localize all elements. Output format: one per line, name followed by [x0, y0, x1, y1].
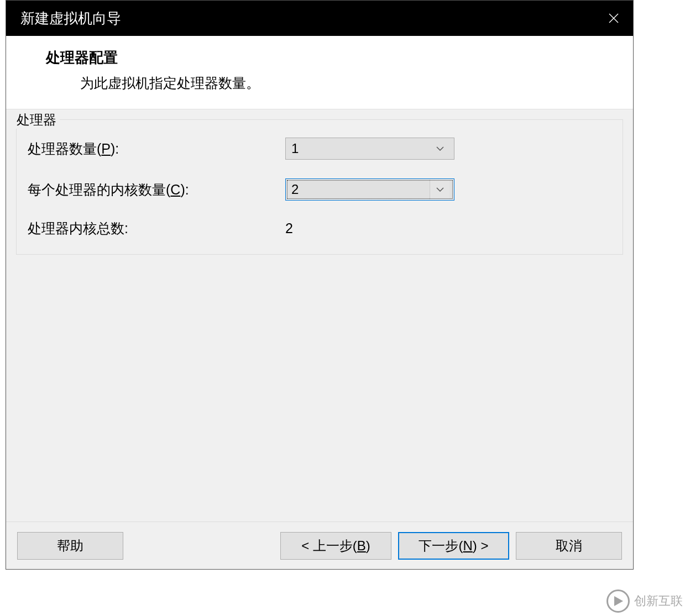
wizard-window: 新建虚拟机向导 处理器配置 为此虚拟机指定处理器数量。 处理器 处理器数量(P)…: [6, 0, 634, 570]
combo-processor-count-value: 1: [291, 141, 299, 156]
wizard-header: 处理器配置 为此虚拟机指定处理器数量。: [6, 36, 633, 109]
row-processor-count: 处理器数量(P): 1: [28, 138, 611, 160]
cancel-button[interactable]: 取消: [516, 532, 622, 560]
close-button[interactable]: [594, 1, 633, 36]
svg-marker-2: [614, 596, 623, 606]
label-total-cores: 处理器内核总数:: [28, 219, 285, 238]
help-button[interactable]: 帮助: [17, 532, 123, 560]
watermark-logo-icon: [606, 589, 630, 613]
button-bar: 帮助 < 上一步(B) 下一步(N) > 取消: [6, 522, 633, 569]
next-button[interactable]: 下一步(N) >: [398, 532, 509, 560]
group-legend: 处理器: [15, 111, 60, 129]
row-cores-per-processor: 每个处理器的内核数量(C): 2: [28, 178, 611, 201]
window-title: 新建虚拟机向导: [20, 9, 121, 28]
page-title: 处理器配置: [46, 48, 633, 67]
label-processor-count: 处理器数量(P):: [28, 140, 285, 158]
back-button[interactable]: < 上一步(B): [280, 532, 391, 560]
row-total-cores: 处理器内核总数: 2: [28, 219, 611, 238]
content-area: 处理器 处理器数量(P): 1 每个处理器的内核数量(C):: [6, 109, 633, 522]
combo-cores-per-processor[interactable]: 2: [285, 178, 454, 201]
value-total-cores: 2: [285, 220, 293, 236]
titlebar: 新建虚拟机向导: [6, 1, 633, 36]
chevron-down-icon: [430, 180, 449, 199]
chevron-down-icon: [430, 139, 449, 159]
page-subtitle: 为此虚拟机指定处理器数量。: [46, 74, 633, 92]
processors-group: 处理器 处理器数量(P): 1 每个处理器的内核数量(C):: [16, 119, 623, 255]
close-icon: [608, 13, 619, 24]
label-cores-per-processor: 每个处理器的内核数量(C):: [28, 181, 285, 199]
combo-processor-count[interactable]: 1: [285, 138, 454, 160]
watermark-text: 创新互联: [634, 593, 683, 609]
watermark: 创新互联: [604, 586, 685, 616]
combo-cores-value: 2: [291, 182, 299, 197]
